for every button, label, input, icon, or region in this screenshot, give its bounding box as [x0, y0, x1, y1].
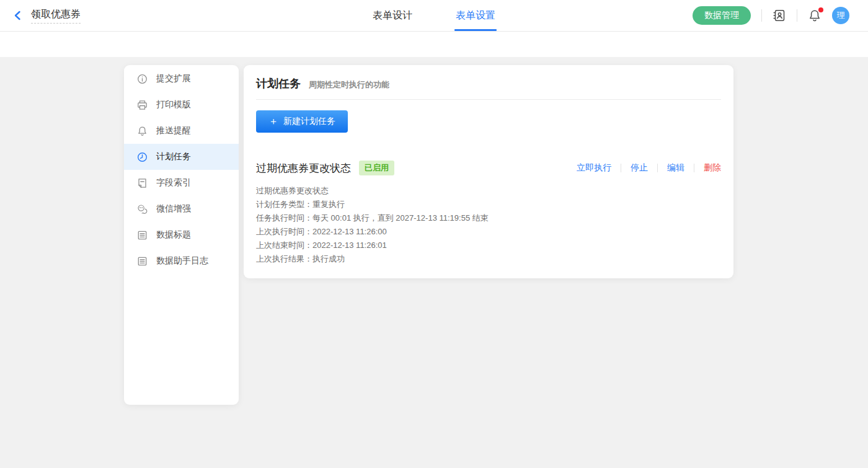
- list-icon: [137, 230, 148, 241]
- panel-title: 计划任务: [256, 76, 301, 91]
- divider: [797, 9, 797, 22]
- header-right: 数据管理 理: [693, 0, 849, 31]
- edit-link[interactable]: 编辑: [658, 162, 694, 174]
- new-task-button[interactable]: ＋ 新建计划任务: [256, 110, 348, 133]
- sidebar-item-label: 推送提醒: [156, 125, 191, 136]
- task-title-group: 过期优惠券更改状态 已启用: [256, 161, 394, 175]
- page: 领取优惠券 表单设计 表单设置 数据管理: [0, 0, 868, 468]
- tab-form-settings[interactable]: 表单设置: [454, 0, 497, 31]
- sidebar-item-label: 打印模版: [156, 99, 191, 110]
- tab-form-design[interactable]: 表单设计: [371, 0, 414, 31]
- sidebar-item-push-reminder[interactable]: 推送提醒: [124, 118, 239, 144]
- sidebar-item-data-assistant-log[interactable]: 数据助手日志: [124, 248, 239, 274]
- task-name: 过期优惠券更改状态: [256, 161, 351, 175]
- divider: [761, 9, 762, 22]
- sidebar-item-wechat-enhance[interactable]: 微信增强: [124, 196, 239, 222]
- task-detail-schedule: 任务执行时间：每天 00:01 执行，直到 2027-12-13 11:19:5…: [256, 211, 721, 225]
- plus-icon: ＋: [268, 117, 278, 126]
- contact-book-icon[interactable]: [773, 9, 786, 22]
- app-header: 领取优惠券 表单设计 表单设置 数据管理: [0, 0, 868, 32]
- printer-icon: [137, 100, 148, 110]
- sidebar-item-label: 计划任务: [156, 151, 191, 162]
- panel-header: 计划任务 周期性定时执行的功能: [256, 76, 721, 91]
- sidebar-item-label: 数据标题: [156, 229, 191, 241]
- task-detail-last-result: 上次执行结果：执行成功: [256, 252, 721, 266]
- run-now-link[interactable]: 立即执行: [577, 162, 621, 174]
- sidebar-item-label: 数据助手日志: [156, 255, 208, 267]
- scheduled-tasks-panel: 计划任务 周期性定时执行的功能 ＋ 新建计划任务 过期优惠券更改状态 已启用 立…: [244, 65, 733, 278]
- task-details: 过期优惠券更改状态 计划任务类型：重复执行 任务执行时间：每天 00:01 执行…: [256, 184, 721, 266]
- sidebar-item-scheduled-tasks[interactable]: 计划任务: [124, 144, 239, 170]
- data-manage-button[interactable]: 数据管理: [693, 6, 751, 25]
- notification-dot: [818, 7, 823, 12]
- task-detail-name: 过期优惠券更改状态: [256, 184, 721, 198]
- task-actions: 立即执行 停止 编辑 删除: [577, 162, 721, 174]
- sidebar-item-submit-extension[interactable]: 提交扩展: [124, 66, 239, 92]
- notification-bell-icon[interactable]: [808, 9, 822, 22]
- list-icon: [137, 256, 148, 267]
- task-detail-last-run: 上次执行时间：2022-12-13 11:26:00: [256, 225, 721, 239]
- new-task-button-label: 新建计划任务: [283, 116, 335, 127]
- sidebar-item-label: 字段索引: [156, 177, 191, 188]
- file-text-icon: [137, 178, 148, 188]
- task-detail-type: 计划任务类型：重复执行: [256, 198, 721, 211]
- sidebar-item-print-template[interactable]: 打印模版: [124, 92, 239, 118]
- stop-link[interactable]: 停止: [621, 162, 657, 174]
- sidebar-item-label: 微信增强: [156, 203, 191, 214]
- status-badge: 已启用: [359, 161, 394, 175]
- task-header-row: 过期优惠券更改状态 已启用 立即执行 停止 编辑 删除: [256, 161, 721, 175]
- delete-link[interactable]: 删除: [694, 162, 721, 174]
- clock-icon: [137, 152, 148, 162]
- sidebar-item-field-index[interactable]: 字段索引: [124, 170, 239, 196]
- avatar[interactable]: 理: [832, 7, 849, 24]
- wechat-icon: [137, 204, 148, 214]
- bell-icon: [137, 126, 148, 136]
- task-detail-last-end: 上次结束时间：2022-12-13 11:26:01: [256, 239, 721, 252]
- panel-subtitle: 周期性定时执行的功能: [309, 79, 389, 91]
- divider: [256, 99, 721, 100]
- settings-sidebar: 提交扩展 打印模版 推送提醒: [124, 65, 239, 405]
- info-icon: [137, 74, 148, 84]
- sidebar-item-data-title[interactable]: 数据标题: [124, 222, 239, 248]
- sidebar-item-label: 提交扩展: [156, 73, 191, 84]
